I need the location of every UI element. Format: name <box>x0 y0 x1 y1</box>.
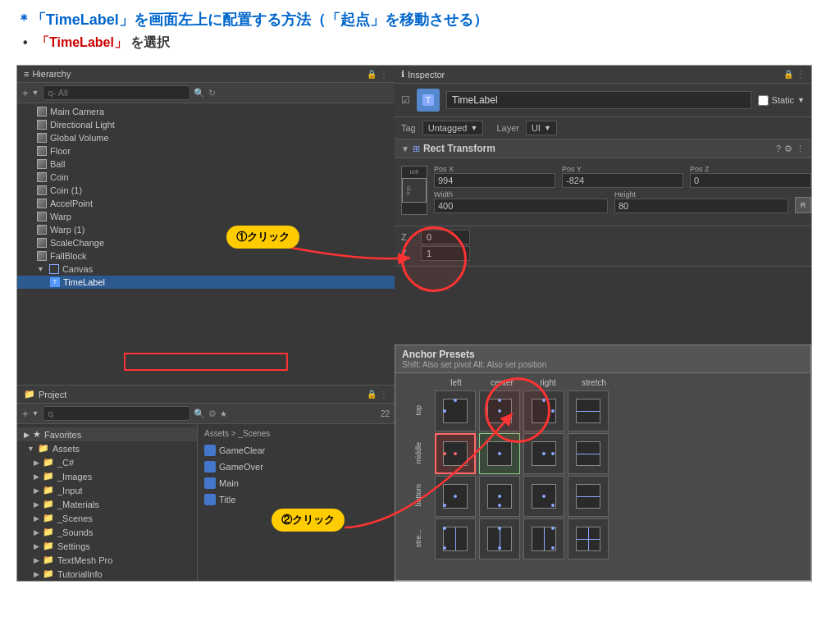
layer-dropdown[interactable]: UI ▼ <box>526 121 557 135</box>
scene-file-main[interactable]: Main <box>201 476 391 491</box>
scene-label: Main <box>219 478 239 488</box>
refresh-icon[interactable]: ↻ <box>208 88 216 98</box>
pos-y-input[interactable] <box>562 173 683 188</box>
project-item-_scenes[interactable]: ▶📁_Scenes <box>17 511 197 525</box>
hierarchy-item-main-camera[interactable]: Main Camera <box>17 105 395 118</box>
item-label: Coin <box>50 172 69 182</box>
project-header: 📁 Project 🔒 ⋮ <box>17 386 395 404</box>
ap-cell-0-2[interactable] <box>523 390 564 431</box>
inspector-info-icon: ℹ <box>401 69 404 80</box>
checkbox-icon[interactable]: ☑ <box>401 94 410 106</box>
ap-cell-3-2[interactable] <box>523 518 564 559</box>
z-input-1[interactable] <box>421 246 470 261</box>
project-tree-container: ▼📁Assets▶📁_C#▶📁_Images▶📁_Input▶📁_Materia… <box>17 441 197 582</box>
pos-z-field: Pos Z <box>690 165 811 188</box>
project-item-textmesh-pro[interactable]: ▶📁TextMesh Pro <box>17 553 197 567</box>
rt-anchor-box[interactable]: left top <box>401 166 427 215</box>
hierarchy-item-warp-(1)[interactable]: Warp (1) <box>17 223 395 236</box>
z-label-1: Z <box>401 249 418 258</box>
width-input[interactable] <box>434 199 608 213</box>
ap-cell-1-0[interactable] <box>435 433 476 474</box>
ap-cell-2-0[interactable] <box>435 476 476 517</box>
hierarchy-item-directional-light[interactable]: Directional Light <box>17 118 395 131</box>
ap-cell-1-1[interactable] <box>479 433 520 474</box>
hierarchy-item-coin-(1)[interactable]: Coin (1) <box>17 184 395 197</box>
hierarchy-item-timelabel[interactable]: TTimeLabel <box>17 276 395 289</box>
component-settings-icon[interactable]: ⚙ <box>784 144 792 154</box>
favorites-header: ▶ ★ Favorites <box>17 427 197 441</box>
item-label: Canvas <box>62 264 93 274</box>
ap-cell-2-2[interactable] <box>523 476 564 517</box>
add-button[interactable]: + <box>22 87 29 99</box>
z-input-0[interactable] <box>421 230 470 244</box>
rect-transform-header[interactable]: ▼ ⊞ Rect Transform ? ⚙ ⋮ <box>395 139 811 158</box>
ap-row-label-top: top <box>402 405 435 418</box>
hierarchy-item-scalechange[interactable]: ScaleChange <box>17 236 395 249</box>
project-add-btn[interactable]: + <box>22 408 29 420</box>
ap-cell-2-1[interactable] <box>479 476 520 517</box>
ap-cell-1-3[interactable] <box>568 433 609 474</box>
ap-cell-1-2[interactable] <box>523 433 564 474</box>
hierarchy-panel: ≡ Hierarchy 🔒 ⋮ + ▼ 🔍 ↻ Main CameraDirec… <box>17 66 395 386</box>
project-item-_sounds[interactable]: ▶📁_Sounds <box>17 525 197 539</box>
ap-cell-3-3[interactable] <box>568 518 609 559</box>
width-label: Width <box>434 190 608 199</box>
hierarchy-item-canvas[interactable]: ▼Canvas <box>17 262 395 276</box>
scene-file-title[interactable]: Title <box>201 492 391 507</box>
ap-cell-0-3[interactable] <box>568 390 609 431</box>
ap-cell-2-3[interactable] <box>568 476 609 517</box>
project-filter-icon[interactable]: ⚙ <box>208 409 217 419</box>
object-icon: T <box>417 89 440 112</box>
r-button[interactable]: R <box>795 197 811 213</box>
project-item-settings[interactable]: ▶📁Settings <box>17 539 197 553</box>
cube-icon <box>37 251 47 261</box>
ap-cell-3-1[interactable] <box>479 518 520 559</box>
hierarchy-item-warp[interactable]: Warp <box>17 210 395 223</box>
ap-cell-3-0[interactable] <box>435 518 476 559</box>
object-name-field[interactable] <box>446 91 751 109</box>
ap-cell-0-1[interactable] <box>479 390 520 431</box>
pos-x-input[interactable] <box>434 173 555 188</box>
hierarchy-item-accelpoint[interactable]: AccelPoint <box>17 197 395 210</box>
project-item-_images[interactable]: ▶📁_Images <box>17 469 197 483</box>
tag-dropdown[interactable]: Untagged ▼ <box>422 121 484 135</box>
col-label-center: center <box>481 378 523 387</box>
hierarchy-item-coin[interactable]: Coin <box>17 171 395 184</box>
hierarchy-item-floor[interactable]: Floor <box>17 144 395 158</box>
scene-file-gameover[interactable]: GameOver <box>201 459 391 474</box>
hierarchy-toolbar: + ▼ 🔍 ↻ <box>17 83 395 103</box>
pos-x-field: Pos X <box>434 165 555 188</box>
height-input[interactable] <box>614 199 788 213</box>
folder-icon: 📁 <box>43 457 54 468</box>
project-item-assets[interactable]: ▼📁Assets <box>17 441 197 455</box>
hierarchy-item-ball[interactable]: Ball <box>17 158 395 171</box>
inspector-object-bar: ☑ T Static ▼ <box>395 84 811 117</box>
component-menu-icon[interactable]: ⋮ <box>796 144 805 154</box>
z-row-0: Z <box>401 230 805 244</box>
project-search-input[interactable] <box>43 406 190 421</box>
scene-file-gameclear[interactable]: GameClear <box>201 443 391 458</box>
project-item-_input[interactable]: ▶📁_Input <box>17 483 197 497</box>
hierarchy-search-input[interactable] <box>43 85 190 100</box>
inspector-title: Inspector <box>408 70 445 80</box>
static-checkbox[interactable] <box>758 95 769 106</box>
tag-dropdown-arrow: ▼ <box>470 124 477 132</box>
project-item-tutorialinfo[interactable]: ▶📁TutorialInfo <box>17 567 197 581</box>
pos-z-input[interactable] <box>690 173 811 188</box>
cube-icon <box>37 225 47 235</box>
project-item-_c#[interactable]: ▶📁_C# <box>17 455 197 469</box>
hierarchy-item-global-volume[interactable]: Global Volume <box>17 131 395 144</box>
inspector-lock-icon: 🔒 <box>783 70 793 79</box>
subtitle-line: • 「TimeLabel」 を選択 <box>16 34 824 52</box>
folder-label: _C# <box>57 458 74 468</box>
component-name: Rect Transform <box>423 143 776 154</box>
hierarchy-item-fallblock[interactable]: FallBlock <box>17 249 395 262</box>
project-item-_materials[interactable]: ▶📁_Materials <box>17 497 197 511</box>
component-help-icon[interactable]: ? <box>776 144 781 154</box>
project-item-packages[interactable]: ▶📁Packages <box>17 581 197 582</box>
tag-value: Untagged <box>428 123 468 133</box>
static-dropdown-icon[interactable]: ▼ <box>797 96 805 104</box>
ap-cell-0-0[interactable] <box>435 390 476 431</box>
ap-row-bottom: bottom <box>402 476 804 517</box>
folder-arrow: ▶ <box>34 486 39 495</box>
